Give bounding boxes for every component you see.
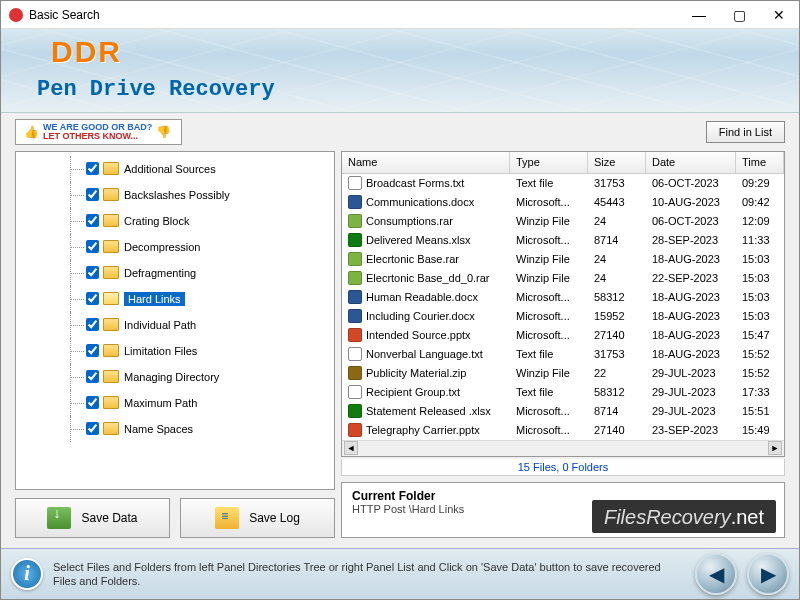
save-log-button[interactable]: Save Log [180, 498, 335, 538]
file-date: 29-JUL-2023 [646, 404, 736, 418]
tree-checkbox[interactable] [86, 370, 99, 383]
file-row[interactable]: Elecrtonic Base.rarWinzip File2418-AUG-2… [342, 250, 784, 269]
tree-item[interactable]: Name Spaces [16, 416, 334, 442]
tree-checkbox[interactable] [86, 422, 99, 435]
file-date: 29-JUL-2023 [646, 366, 736, 380]
tree-label: Maximum Path [124, 397, 197, 409]
tree-item[interactable]: Crating Block [16, 208, 334, 234]
arrow-right-icon: ▶ [761, 562, 776, 586]
right-panel: Name Type Size Date Time Broadcast Forms… [341, 151, 785, 538]
tagline-line2: LET OTHERS KNOW... [43, 131, 138, 141]
file-name: Including Courier.docx [366, 310, 475, 322]
file-size: 8714 [588, 233, 646, 247]
close-button[interactable]: ✕ [759, 1, 799, 29]
scroll-left-icon[interactable]: ◄ [344, 441, 358, 455]
app-window: Basic Search — ▢ ✕ DDR Pen Drive Recover… [0, 0, 800, 600]
file-time: 15:03 [736, 309, 784, 323]
back-button[interactable]: ◀ [695, 553, 737, 595]
file-time: 17:33 [736, 385, 784, 399]
horizontal-scrollbar[interactable]: ◄ ► [342, 440, 784, 456]
file-type: Microsoft... [510, 328, 588, 342]
tree-item[interactable]: Limitation Files [16, 338, 334, 364]
tree-checkbox[interactable] [86, 266, 99, 279]
tree-checkbox[interactable] [86, 292, 99, 305]
folder-icon [103, 422, 119, 435]
tree-checkbox[interactable] [86, 162, 99, 175]
file-size: 24 [588, 252, 646, 266]
col-type[interactable]: Type [510, 152, 588, 173]
tree-checkbox[interactable] [86, 188, 99, 201]
tree-item[interactable]: Defragmenting [16, 260, 334, 286]
tree-item[interactable]: Managing Directory [16, 364, 334, 390]
tagline-box[interactable]: 👍 WE ARE GOOD OR BAD? LET OTHERS KNOW...… [15, 119, 182, 145]
file-row[interactable]: Intended Source.pptxMicrosoft...2714018-… [342, 326, 784, 345]
file-row[interactable]: Delivered Means.xlsxMicrosoft...871428-S… [342, 231, 784, 250]
folder-icon [103, 214, 119, 227]
tree-checkbox[interactable] [86, 318, 99, 331]
tree-item[interactable]: Additional Sources [16, 156, 334, 182]
file-row[interactable]: Broadcast Forms.txtText file3175306-OCT-… [342, 174, 784, 193]
find-in-list-button[interactable]: Find in List [706, 121, 785, 143]
file-name: Intended Source.pptx [366, 329, 471, 341]
banner-subtitle: Pen Drive Recovery [37, 77, 275, 102]
file-time: 11:33 [736, 233, 784, 247]
file-type: Microsoft... [510, 404, 588, 418]
file-date: 29-JUL-2023 [646, 385, 736, 399]
tree-checkbox[interactable] [86, 240, 99, 253]
file-name: Recipient Group.txt [366, 386, 460, 398]
minimize-button[interactable]: — [679, 1, 719, 29]
tree-checkbox[interactable] [86, 344, 99, 357]
tree-checkbox[interactable] [86, 396, 99, 409]
file-row[interactable]: Publicity Material.zipWinzip File2229-JU… [342, 364, 784, 383]
file-icon [348, 252, 362, 266]
col-name[interactable]: Name [342, 152, 510, 173]
file-time: 15:03 [736, 290, 784, 304]
save-data-button[interactable]: Save Data [15, 498, 170, 538]
file-type: Microsoft... [510, 290, 588, 304]
file-icon [348, 385, 362, 399]
file-row[interactable]: Nonverbal Language.txtText file3175318-A… [342, 345, 784, 364]
col-date[interactable]: Date [646, 152, 736, 173]
file-row[interactable]: Telegraphy Carrier.pptxMicrosoft...27140… [342, 421, 784, 440]
file-size: 8714 [588, 404, 646, 418]
tree-item[interactable]: Decompression [16, 234, 334, 260]
file-date: 18-AUG-2023 [646, 290, 736, 304]
tree-item[interactable]: Individual Path [16, 312, 334, 338]
file-row[interactable]: Elecrtonic Base_dd_0.rarWinzip File2422-… [342, 269, 784, 288]
tree-checkbox[interactable] [86, 214, 99, 227]
file-type: Text file [510, 347, 588, 361]
folder-icon [103, 240, 119, 253]
file-row[interactable]: Human Readable.docxMicrosoft...5831218-A… [342, 288, 784, 307]
file-row[interactable]: Communications.docxMicrosoft...4544310-A… [342, 193, 784, 212]
folder-icon [103, 344, 119, 357]
file-time: 15:47 [736, 328, 784, 342]
file-date: 06-OCT-2023 [646, 214, 736, 228]
tree-label: Hard Links [124, 292, 185, 306]
file-icon [348, 309, 362, 323]
tree-item[interactable]: Backslashes Possibly [16, 182, 334, 208]
folder-icon [103, 188, 119, 201]
file-size: 22 [588, 366, 646, 380]
file-icon [348, 195, 362, 209]
tree-item[interactable]: Hard Links [16, 286, 334, 312]
file-type: Microsoft... [510, 423, 588, 437]
col-size[interactable]: Size [588, 152, 646, 173]
col-time[interactable]: Time [736, 152, 784, 173]
folder-icon [103, 396, 119, 409]
file-type: Winzip File [510, 252, 588, 266]
list-body[interactable]: Broadcast Forms.txtText file3175306-OCT-… [342, 174, 784, 440]
scroll-right-icon[interactable]: ► [768, 441, 782, 455]
file-row[interactable]: Recipient Group.txtText file5831229-JUL-… [342, 383, 784, 402]
file-date: 10-AUG-2023 [646, 195, 736, 209]
tree-label: Limitation Files [124, 345, 197, 357]
file-row[interactable]: Statement Released .xlsxMicrosoft...8714… [342, 402, 784, 421]
file-size: 27140 [588, 328, 646, 342]
file-row[interactable]: Consumptions.rarWinzip File2406-OCT-2023… [342, 212, 784, 231]
folder-tree[interactable]: Additional SourcesBackslashes PossiblyCr… [15, 151, 335, 490]
maximize-button[interactable]: ▢ [719, 1, 759, 29]
file-list: Name Type Size Date Time Broadcast Forms… [341, 151, 785, 457]
next-button[interactable]: ▶ [747, 553, 789, 595]
file-row[interactable]: Including Courier.docxMicrosoft...159521… [342, 307, 784, 326]
file-type: Microsoft... [510, 309, 588, 323]
tree-item[interactable]: Maximum Path [16, 390, 334, 416]
